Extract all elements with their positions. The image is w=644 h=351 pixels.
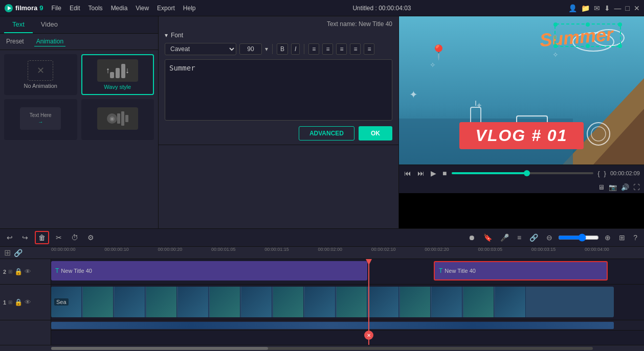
fullscreen-icon[interactable]: ⛶ [633, 183, 640, 191]
anim-tab-animation[interactable]: Animation [34, 37, 65, 46]
zoom-out-button[interactable]: ⊖ [544, 232, 555, 243]
user-icon[interactable]: 👤 [568, 4, 577, 12]
more-format-button[interactable]: ≡ [364, 43, 374, 55]
mail-icon[interactable]: ✉ [594, 4, 600, 12]
add-track-button[interactable]: ⊞ [4, 248, 11, 258]
mic-button[interactable]: 🎤 [498, 232, 512, 243]
anim-no-animation[interactable]: No Animation [4, 54, 77, 95]
ruler-9: 00:00:03:15 [531, 247, 556, 252]
bracket-right-icon[interactable]: } [604, 170, 606, 177]
track-controls: 2 ⊞ 🔒 👁 1 ⊞ 🔒 👁 [0, 259, 51, 345]
handle-tc[interactable] [586, 22, 590, 27]
link-track-button[interactable]: 🔗 [14, 249, 23, 257]
collapse-icon[interactable]: ▾ [165, 32, 168, 39]
list-button[interactable]: ≡ [515, 232, 524, 243]
link-button[interactable]: 🔗 [527, 232, 541, 243]
bold-button[interactable]: B [277, 43, 288, 55]
fb-1 [117, 113, 120, 124]
tab-video[interactable]: Video [33, 16, 66, 33]
anim-wavy-style[interactable]: ↑ ↓ Wavy style [81, 54, 154, 95]
handle-bc[interactable] [586, 44, 590, 48]
font-family-select[interactable]: Caveat [165, 43, 236, 55]
video-clip-sea[interactable]: Sea [51, 287, 614, 317]
track-1-lock-icon[interactable]: 🔒 [14, 298, 23, 306]
camera-shot-icon[interactable]: 📷 [609, 183, 617, 191]
record-button[interactable]: ⏺ [465, 232, 478, 243]
menu-help[interactable]: Help [183, 5, 196, 12]
delete-button[interactable]: 🗑 [35, 231, 49, 244]
menu-export[interactable]: Export [157, 5, 175, 12]
zoom-slider[interactable] [558, 233, 599, 242]
align-center-button[interactable]: ≡ [322, 43, 333, 55]
playhead[interactable] [368, 259, 369, 345]
advanced-button[interactable]: ADVANCED [299, 126, 354, 141]
handle-br[interactable] [618, 44, 622, 48]
title-clip-2[interactable]: T New Title 40 [434, 261, 608, 280]
ruler-10: 00:00:04:00 [585, 247, 609, 252]
cut-button[interactable]: ✂ [53, 232, 64, 243]
screen-icon[interactable]: 🖥 [598, 183, 605, 191]
anim-tab-preset[interactable]: Preset [4, 37, 26, 46]
text-content-area[interactable]: Summer [165, 59, 392, 121]
maximize-button[interactable]: □ [626, 4, 630, 12]
stop-button[interactable]: ■ [441, 168, 448, 178]
align-left-button[interactable]: ≡ [308, 43, 319, 55]
bracket-left-icon[interactable]: { [597, 170, 599, 177]
thumb-7 [241, 287, 272, 317]
settings-button[interactable]: ⚙ [85, 232, 97, 243]
playhead-marker [364, 331, 373, 340]
menu-bar: File Edit Tools Media View Export Help [52, 5, 196, 12]
menu-edit[interactable]: Edit [70, 5, 80, 12]
skip-back-button[interactable]: ⏮ [403, 168, 412, 178]
italic-button[interactable]: I [291, 43, 300, 55]
window-controls: 👤 📁 ✉ ⬇ — □ ✕ [568, 4, 640, 12]
undo-button[interactable]: ↩ [4, 232, 15, 243]
redo-button[interactable]: ↪ [19, 232, 31, 243]
help-button[interactable]: ? [631, 232, 640, 243]
download-icon[interactable]: ⬇ [604, 4, 610, 12]
font-controls: Caveat ▾ B I ≡ ≡ ≡ ≡ ≡ [165, 43, 392, 55]
handle-tl[interactable] [553, 22, 558, 27]
ruler-6: 00:00:02:10 [371, 247, 396, 252]
folder-icon[interactable]: 📁 [581, 4, 590, 12]
app-version: 9 [39, 4, 43, 12]
anim-text-here[interactable]: Text Here → [4, 99, 77, 140]
menu-file[interactable]: File [52, 5, 61, 12]
track-2-lock-icon[interactable]: 🔒 [14, 268, 23, 275]
progress-bar[interactable] [452, 172, 593, 174]
size-chevron-icon[interactable]: ▾ [265, 45, 268, 53]
zoom-in-button[interactable]: ⊕ [602, 232, 613, 243]
vlog-text: VLOG # 01 [476, 126, 568, 145]
minimize-button[interactable]: — [614, 4, 621, 12]
ruler-4: 00:00:01:15 [264, 247, 289, 252]
close-button[interactable]: ✕ [634, 4, 640, 12]
menu-media[interactable]: Media [111, 5, 128, 12]
bookmark-button[interactable]: 🔖 [481, 232, 495, 243]
fourth-bars [117, 111, 128, 126]
audio-waveform [51, 322, 614, 329]
handle-tr[interactable] [618, 22, 622, 27]
align-justify-button[interactable]: ≡ [350, 43, 361, 55]
tracks-scroll: T New Title 40 T New Title 40 [51, 259, 644, 345]
track-2-eye-icon[interactable]: 👁 [25, 268, 31, 275]
scrollbar-thumb[interactable] [51, 347, 268, 350]
menu-view[interactable]: View [136, 5, 149, 12]
anim-fourth[interactable]: ◉ [81, 99, 154, 140]
tab-text[interactable]: Text [4, 16, 33, 33]
volume-icon[interactable]: 🔊 [621, 183, 629, 191]
font-size-input[interactable] [239, 43, 262, 55]
play-button[interactable]: ▶ [430, 168, 437, 178]
scrollbar-track[interactable] [51, 347, 593, 350]
preview-extra-controls: 🖥 📷 🔊 ⛶ [399, 181, 644, 193]
menu-tools[interactable]: Tools [88, 5, 103, 12]
timer-button[interactable]: ⏱ [69, 232, 81, 243]
timeline-area: ↩ ↪ 🗑 ✂ ⏱ ⚙ ⏺ 🔖 🎤 ≡ 🔗 ⊖ ⊕ ⊞ ? ⊞ 🔗 [0, 228, 644, 351]
title-clip-1[interactable]: T New Title 40 [51, 261, 367, 280]
track-1-eye-icon[interactable]: 👁 [25, 298, 31, 306]
layout-button[interactable]: ⊞ [616, 232, 628, 243]
handle-bl[interactable] [553, 44, 558, 48]
step-back-button[interactable]: ⏭ [416, 168, 426, 178]
align-right-button[interactable]: ≡ [336, 43, 347, 55]
text-name-row: Text name: New Title 40 [165, 20, 392, 28]
ok-button[interactable]: OK [359, 126, 392, 141]
